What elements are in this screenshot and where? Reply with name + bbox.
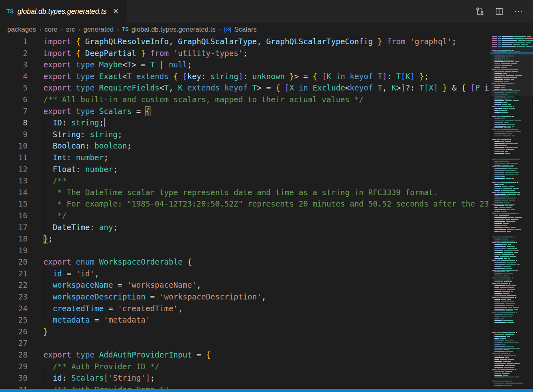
code-text[interactable]: Int: number; <box>28 152 108 164</box>
line-number[interactable]: 28 <box>0 349 28 361</box>
line-number[interactable]: 2 <box>0 47 28 59</box>
code-text[interactable]: * The DateTime scalar type represents da… <box>28 187 438 198</box>
code-text[interactable]: Boolean: boolean; <box>28 140 131 152</box>
breadcrumb-item-generated[interactable]: generated <box>84 26 114 33</box>
code-text[interactable]: metadata = 'metadata' <box>28 314 150 326</box>
code-text[interactable]: /** Auth Provider ID */ <box>28 361 159 373</box>
code-line-18[interactable]: 18}; <box>0 233 490 245</box>
code-line-21[interactable]: 21 id = 'id', <box>0 268 490 280</box>
code-text[interactable]: export type Scalars = { <box>28 106 150 117</box>
code-text[interactable]: /** Auth Provider Name */ <box>28 384 169 389</box>
line-number[interactable]: 9 <box>0 129 28 140</box>
code-text[interactable]: Float: number; <box>28 164 118 175</box>
code-text[interactable] <box>28 245 43 256</box>
breadcrumb-item-core[interactable]: core <box>45 26 58 33</box>
code-line-20[interactable]: 20export enum WorkspaceOrderable { <box>0 256 490 268</box>
code-line-5[interactable]: 5export type RequireFields<T, K extends … <box>0 82 490 94</box>
line-number[interactable]: 26 <box>0 326 28 338</box>
code-line-26[interactable]: 26} <box>0 326 490 338</box>
code-text[interactable]: * For example: "1985-04-12T23:20:50.52Z"… <box>28 198 489 210</box>
code-area[interactable]: 1import { GraphQLResolveInfo, GraphQLSca… <box>0 36 490 389</box>
line-number[interactable]: 18 <box>0 233 28 245</box>
code-line-12[interactable]: 12 Float: number; <box>0 164 490 175</box>
code-text[interactable]: export type RequireFields<T, K extends k… <box>28 82 489 94</box>
code-line-15[interactable]: 15 * For example: "1985-04-12T23:20:50.5… <box>0 198 490 210</box>
code-text[interactable]: /** All built-in and custom scalars, map… <box>28 94 363 106</box>
line-number[interactable]: 12 <box>0 164 28 175</box>
breadcrumb-item-file[interactable]: global.db.types.generated.ts <box>131 26 215 33</box>
code-line-23[interactable]: 23 workspaceDescription = 'workspaceDesc… <box>0 291 490 303</box>
line-number[interactable]: 5 <box>0 82 28 94</box>
code-line-6[interactable]: 6/** All built-in and custom scalars, ma… <box>0 94 490 106</box>
line-number[interactable]: 19 <box>0 245 28 256</box>
line-number[interactable]: 6 <box>0 94 28 106</box>
breadcrumb-item-symbol-scalars[interactable]: Scalars <box>234 26 257 33</box>
code-line-22[interactable]: 22 workspaceName = 'workspaceName', <box>0 279 490 291</box>
code-line-3[interactable]: 3export type Maybe<T> = T | null; <box>0 59 490 71</box>
code-line-31[interactable]: 31 /** Auth Provider Name */ <box>0 384 490 389</box>
status-bar[interactable] <box>0 389 533 392</box>
code-text[interactable]: export type Exact<T extends { [key: stri… <box>28 71 429 82</box>
code-text[interactable]: import { DeepPartial } from 'utility-typ… <box>28 47 247 59</box>
line-number[interactable]: 21 <box>0 268 28 280</box>
code-text[interactable]: ID: string; <box>28 117 105 129</box>
code-text[interactable]: id: Scalars['String']; <box>28 372 155 384</box>
line-number[interactable]: 1 <box>0 36 28 47</box>
minimap-slider[interactable] <box>490 36 533 96</box>
code-line-29[interactable]: 29 /** Auth Provider ID */ <box>0 361 490 373</box>
code-text[interactable]: createdTime = 'createdTime', <box>28 303 183 314</box>
code-text[interactable]: export enum WorkspaceOrderable { <box>28 256 192 268</box>
line-number[interactable]: 16 <box>0 210 28 222</box>
line-number[interactable]: 24 <box>0 303 28 314</box>
line-number[interactable]: 20 <box>0 256 28 268</box>
code-text[interactable]: workspaceName = 'workspaceName', <box>28 279 201 291</box>
breadcrumb-item-packages[interactable]: packages <box>7 26 36 33</box>
line-number[interactable]: 30 <box>0 372 28 384</box>
line-number[interactable]: 13 <box>0 175 28 187</box>
code-line-25[interactable]: 25 metadata = 'metadata' <box>0 314 490 326</box>
code-line-1[interactable]: 1import { GraphQLResolveInfo, GraphQLSca… <box>0 36 490 47</box>
close-tab-icon[interactable]: ✕ <box>113 8 119 15</box>
code-line-4[interactable]: 4export type Exact<T extends { [key: str… <box>0 71 490 82</box>
code-text[interactable]: String: string; <box>28 129 123 140</box>
code-text[interactable]: }; <box>28 233 53 245</box>
code-line-17[interactable]: 17 DateTime: any; <box>0 222 490 233</box>
code-line-2[interactable]: 2import { DeepPartial } from 'utility-ty… <box>0 47 490 59</box>
code-text[interactable]: /** <box>28 175 67 187</box>
code-text[interactable] <box>28 337 43 349</box>
code-line-30[interactable]: 30 id: Scalars['String']; <box>0 372 490 384</box>
line-number[interactable]: 29 <box>0 361 28 373</box>
code-line-9[interactable]: 9 String: string; <box>0 129 490 140</box>
line-number[interactable]: 17 <box>0 222 28 233</box>
code-line-27[interactable]: 27 <box>0 337 490 349</box>
tab-global-db-types-generated[interactable]: TS global.db.types.generated.ts ✕ <box>0 0 127 23</box>
line-number[interactable]: 11 <box>0 152 28 164</box>
line-number[interactable]: 27 <box>0 337 28 349</box>
line-number[interactable]: 8 <box>0 117 28 129</box>
line-number[interactable]: 3 <box>0 59 28 71</box>
code-text[interactable]: } <box>28 326 48 338</box>
line-number[interactable]: 25 <box>0 314 28 326</box>
split-editor-icon[interactable] <box>495 7 503 16</box>
code-text[interactable]: workspaceDescription = 'workspaceDescrip… <box>28 291 266 303</box>
code-line-8[interactable]: 8 ID: string; <box>0 117 490 129</box>
code-text[interactable]: */ <box>28 210 67 222</box>
code-line-19[interactable]: 19 <box>0 245 490 256</box>
line-number[interactable]: 31 <box>0 384 28 389</box>
line-number[interactable]: 15 <box>0 198 28 210</box>
breadcrumb-item-src[interactable]: src <box>66 26 75 33</box>
minimap[interactable] <box>490 36 533 389</box>
open-changes-icon[interactable] <box>475 7 484 16</box>
line-number[interactable]: 23 <box>0 291 28 303</box>
code-line-10[interactable]: 10 Boolean: boolean; <box>0 140 490 152</box>
code-line-11[interactable]: 11 Int: number; <box>0 152 490 164</box>
code-line-16[interactable]: 16 */ <box>0 210 490 222</box>
code-text[interactable]: id = 'id', <box>28 268 99 280</box>
code-text[interactable]: export type AddAuthProviderInput = { <box>28 349 211 361</box>
line-number[interactable]: 4 <box>0 71 28 82</box>
code-line-28[interactable]: 28export type AddAuthProviderInput = { <box>0 349 490 361</box>
code-line-14[interactable]: 14 * The DateTime scalar type represents… <box>0 187 490 198</box>
code-line-13[interactable]: 13 /** <box>0 175 490 187</box>
line-number[interactable]: 14 <box>0 187 28 198</box>
code-text[interactable]: import { GraphQLResolveInfo, GraphQLScal… <box>28 36 456 47</box>
